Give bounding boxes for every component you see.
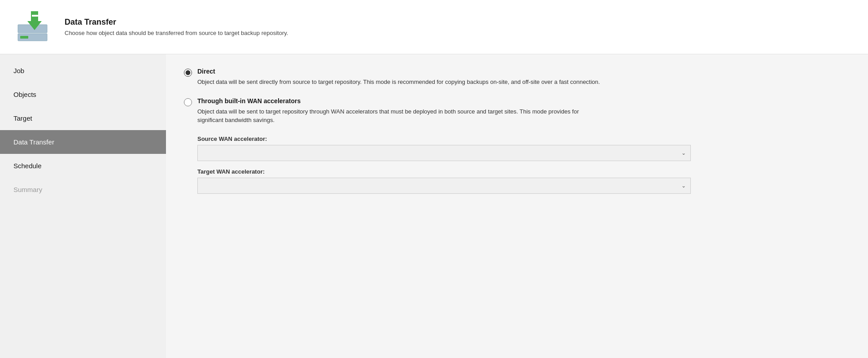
- svg-rect-2: [20, 36, 28, 39]
- wan-label-block: Through built-in WAN accelerators Object…: [197, 97, 601, 125]
- page-subtitle: Choose how object data should be transfe…: [65, 30, 288, 36]
- sidebar-item-data-transfer[interactable]: Data Transfer: [0, 130, 166, 154]
- wan-title[interactable]: Through built-in WAN accelerators: [197, 97, 601, 105]
- wan-section: Source WAN accelerator: ⌄ Target WAN acc…: [184, 135, 850, 194]
- direct-title[interactable]: Direct: [197, 68, 600, 75]
- wizard-body: Job Objects Target Data Transfer Schedul…: [0, 54, 868, 358]
- data-transfer-icon: [13, 9, 54, 45]
- sidebar-item-target[interactable]: Target: [0, 106, 166, 130]
- sidebar-item-objects[interactable]: Objects: [0, 83, 166, 106]
- svg-rect-4: [32, 15, 38, 17]
- direct-radio[interactable]: [184, 69, 192, 77]
- source-wan-dropdown[interactable]: ⌄: [197, 145, 691, 161]
- source-wan-chevron-icon: ⌄: [681, 150, 686, 156]
- wan-description: Object data will be sent to target repos…: [197, 107, 601, 125]
- direct-label-block: Direct Object data will be sent directly…: [197, 68, 600, 87]
- target-wan-label: Target WAN accelerator:: [197, 168, 850, 175]
- sidebar-item-summary: Summary: [0, 178, 166, 201]
- direct-description: Object data will be sent directly from s…: [197, 78, 600, 87]
- wan-radio[interactable]: [184, 98, 192, 106]
- wizard-header: Data Transfer Choose how object data sho…: [0, 0, 868, 54]
- sidebar-item-job[interactable]: Job: [0, 59, 166, 83]
- direct-option: Direct Object data will be sent directly…: [184, 68, 850, 87]
- source-wan-label: Source WAN accelerator:: [197, 135, 850, 142]
- sidebar-item-schedule[interactable]: Schedule: [0, 154, 166, 178]
- wizard-container: Data Transfer Choose how object data sho…: [0, 0, 868, 358]
- page-title: Data Transfer: [65, 17, 288, 27]
- header-text: Data Transfer Choose how object data sho…: [65, 17, 288, 36]
- wan-option: Through built-in WAN accelerators Object…: [184, 97, 850, 125]
- content-area: Direct Object data will be sent directly…: [166, 54, 868, 358]
- target-wan-dropdown[interactable]: ⌄: [197, 178, 691, 194]
- target-wan-chevron-icon: ⌄: [681, 183, 686, 189]
- sidebar: Job Objects Target Data Transfer Schedul…: [0, 54, 166, 358]
